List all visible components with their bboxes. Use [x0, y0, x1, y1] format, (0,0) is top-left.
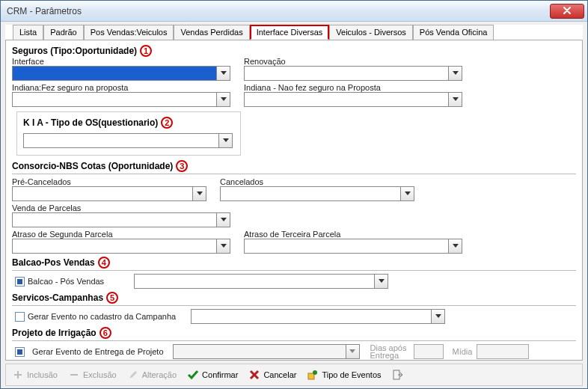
- select-body: [13, 187, 192, 200]
- tool-exit[interactable]: [392, 369, 404, 381]
- label-dias-apos-entrega: Dias após Entrega: [370, 344, 409, 359]
- select-venda-parcelas[interactable]: [12, 212, 230, 227]
- chevron-down-icon[interactable]: [216, 213, 230, 227]
- tab-interface-diversas[interactable]: Interface Diversas: [250, 25, 330, 40]
- tool-label: Exclusão: [83, 370, 117, 379]
- close-button[interactable]: [550, 4, 584, 19]
- select-seguros-interface[interactable]: [12, 66, 230, 81]
- group-seguros-title: Seguros (Tipo:Oportunidade) 1: [12, 45, 576, 57]
- select-body: [13, 239, 216, 253]
- select-atraso3[interactable]: [244, 239, 462, 254]
- chevron-down-icon[interactable]: [448, 239, 462, 253]
- select-body: [24, 134, 218, 147]
- tab-vendas-perdidas[interactable]: Vendas Perdidas: [174, 25, 249, 40]
- tab-pos-venda-oficina[interactable]: Pós Venda Oficina: [413, 25, 494, 40]
- checkbox-balcao-pos-vendas[interactable]: [15, 277, 25, 287]
- input-dias-apos-entrega[interactable]: [414, 344, 444, 359]
- select-body: [245, 239, 448, 253]
- label-cancelados: Cancelados: [220, 177, 414, 186]
- divider: [12, 174, 576, 174]
- chevron-down-icon[interactable]: [448, 93, 462, 106]
- checkbox-gerar-evento-campanha[interactable]: [15, 312, 25, 322]
- cancel-icon: [248, 369, 260, 381]
- plus-icon: [12, 369, 24, 381]
- select-atraso2[interactable]: [12, 239, 230, 254]
- select-body: [245, 93, 448, 106]
- select-body: [13, 93, 216, 106]
- group-seguros-label: Seguros (Tipo:Oportunidade): [12, 46, 137, 56]
- tool-exclusao[interactable]: Exclusão: [68, 369, 117, 381]
- chevron-down-icon[interactable]: [400, 187, 414, 200]
- tool-label: Inclusão: [27, 370, 58, 379]
- chevron-down-icon[interactable]: [431, 310, 444, 323]
- chevron-down-icon[interactable]: [346, 345, 359, 358]
- chevron-down-icon[interactable]: [374, 275, 388, 288]
- window-title: CRM - Parâmetros: [7, 6, 82, 16]
- select-pre-cancelados[interactable]: [12, 186, 206, 201]
- tool-label: Cancelar: [263, 370, 296, 379]
- select-cancelados[interactable]: [220, 186, 414, 201]
- tab-padrao[interactable]: Padrão: [43, 25, 83, 40]
- titlebar: CRM - Parâmetros: [1, 1, 587, 22]
- chevron-down-icon[interactable]: [216, 67, 230, 80]
- chevron-down-icon[interactable]: [216, 239, 230, 253]
- tool-alteracao[interactable]: Alteração: [127, 369, 177, 381]
- input-midia[interactable]: [477, 344, 529, 359]
- app-window: CRM - Parâmetros Lista Padrão Pos Vendas…: [0, 0, 588, 389]
- svg-rect-0: [308, 373, 314, 379]
- select-balcao-pos-vendas[interactable]: [134, 274, 388, 289]
- tool-cancelar[interactable]: Cancelar: [248, 369, 296, 381]
- divider: [12, 340, 576, 341]
- group-servicos-label: Servicos-Campanhas: [12, 292, 103, 303]
- chevron-down-icon[interactable]: [218, 134, 232, 147]
- checkbox-label-entrega: Gerar Evento de Entrega de Projeto: [32, 347, 164, 356]
- group-consorcio-label: Consorcio-NBS Cotas (Oportunidade): [12, 161, 173, 171]
- chevron-down-icon[interactable]: [192, 187, 206, 200]
- divider: [12, 305, 576, 306]
- tool-label: Tipo de Eventos: [322, 370, 381, 379]
- tab-content: Seguros (Tipo:Oportunidade) 1 Interface …: [5, 40, 583, 361]
- group-consorcio-title: Consorcio-NBS Cotas (Oportunidade) 3: [12, 160, 576, 172]
- annotation-marker-6: 6: [99, 327, 111, 339]
- minus-icon: [68, 369, 80, 381]
- tab-veiculos-diversos[interactable]: Veiculos - Diversos: [329, 25, 413, 40]
- select-irrigacao-projeto[interactable]: [173, 344, 360, 359]
- select-body: [135, 275, 374, 288]
- group-balcao-title: Balcao-Pos Vendas 4: [12, 257, 576, 269]
- tool-confirmar[interactable]: Confirmar: [187, 369, 238, 381]
- select-indiana-sim[interactable]: [12, 92, 230, 107]
- select-body: [221, 187, 400, 200]
- annotation-marker-5: 5: [106, 292, 118, 304]
- tool-label: Confirmar: [202, 370, 238, 379]
- tool-label: Alteração: [142, 370, 177, 379]
- event-type-icon: [307, 369, 319, 381]
- exit-icon: [392, 369, 404, 381]
- tab-lista[interactable]: Lista: [13, 25, 43, 40]
- label-venda-parcelas: Venda de Parcelas: [12, 203, 230, 212]
- label-interface: Interface: [12, 57, 230, 66]
- chevron-down-icon[interactable]: [216, 93, 230, 106]
- label-midia: Mídia: [453, 347, 473, 356]
- bottom-toolbar: Inclusão Exclusão Alteração Confirmar Ca…: [5, 364, 583, 386]
- select-kia-tipo-os[interactable]: [23, 133, 233, 148]
- edit-icon: [127, 369, 139, 381]
- group-irrigacao-label: Projeto de Irrigação: [12, 328, 97, 338]
- check-icon: [187, 369, 199, 381]
- checkbox-gerar-evento-entrega[interactable]: [15, 347, 25, 357]
- tool-inclusao[interactable]: Inclusão: [12, 369, 58, 381]
- select-indiana-nao[interactable]: [244, 92, 462, 107]
- svg-point-1: [313, 370, 317, 375]
- label-indiana-nao: Indiana - Nao fez seguro na Proposta: [244, 83, 462, 92]
- chevron-down-icon[interactable]: [448, 67, 462, 80]
- tool-tipo-eventos[interactable]: Tipo de Eventos: [307, 369, 381, 381]
- tab-pos-vendas-veiculos[interactable]: Pos Vendas:Veiculos: [84, 25, 174, 40]
- label-renovacao: Renovação: [244, 57, 462, 66]
- group-kia-label: K I A - Tipo de OS(questionario): [23, 117, 158, 128]
- annotation-marker-4: 4: [98, 257, 110, 269]
- divider: [12, 270, 576, 271]
- select-seguros-renovacao[interactable]: [244, 66, 462, 81]
- checkbox-label-campanha: Gerar Evento no cadastro da Campanha: [28, 312, 176, 321]
- group-kia-title: K I A - Tipo de OS(questionario) 2: [23, 117, 234, 129]
- select-servicos-campanha[interactable]: [191, 309, 445, 324]
- select-body: [245, 67, 448, 80]
